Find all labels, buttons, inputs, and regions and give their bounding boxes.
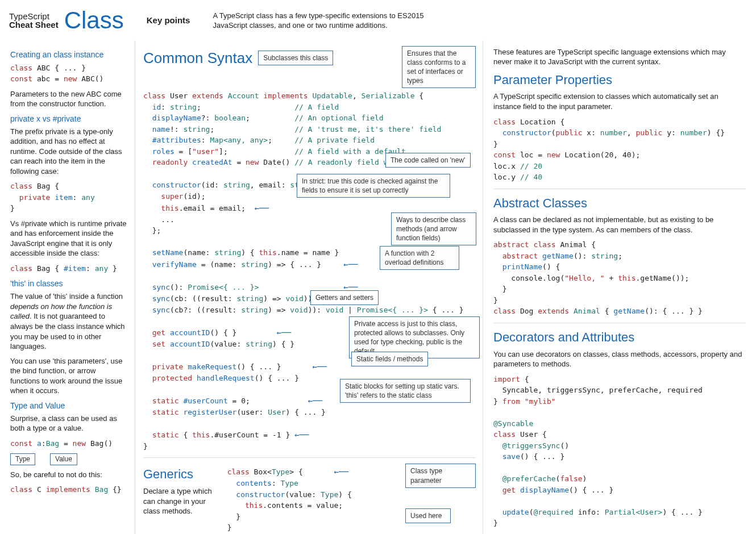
heading-creating-instance: Creating an class instance [10, 49, 127, 60]
page-title: Class [64, 5, 124, 37]
heading-common-syntax: Common Syntax [143, 48, 252, 68]
callout-methods: Ways to describe class methods (and arro… [391, 212, 476, 246]
logo-line1: TypeScript [9, 12, 59, 21]
comment-private-field: // A private field [294, 136, 375, 144]
comment-trustme: // A 'trust me, it's there' field [294, 125, 441, 134]
code-private-bag: class Bag { private item: any } [10, 181, 127, 214]
label-type: Type [10, 453, 35, 465]
callout-code-on-new: The code called on 'new' [385, 153, 471, 168]
para-constructor-params: Parameters to the new ABC come from the … [10, 89, 127, 109]
ac-desc: A class can be declared as not implement… [493, 215, 746, 235]
heading-abstract-classes: Abstract Classes [493, 195, 746, 212]
key-points-label: Key points [147, 15, 190, 26]
code-implements-bag: class C implements Bag {} [10, 484, 127, 495]
right-column: These features are TypeScript specific l… [483, 40, 756, 534]
code-generics: class Box<Type> { ←── contents: Type con… [227, 466, 396, 534]
callout-static-block: Static blocks for setting up static vars… [340, 379, 471, 403]
code-parameter-properties: class Location { constructor(public x: n… [493, 116, 746, 183]
heading-private: private x vs #private [10, 114, 127, 124]
code-abstract: abstract class Animal { abstract getName… [493, 239, 746, 317]
sidebar-column: Creating an class instance class ABC { .… [0, 40, 135, 534]
da-desc: You can use decorators on classes, class… [493, 349, 746, 369]
label-value: Value [50, 453, 77, 465]
heading-this: 'this' in classes [10, 278, 127, 289]
callout-used-here: Used here [405, 508, 451, 523]
type-value-labels: Type Value [10, 453, 127, 465]
main-column: Common Syntax Subclasses this class Ensu… [135, 40, 483, 534]
pp-desc: A TypeScript specific extension to class… [493, 91, 746, 111]
page-header: TypeScript Cheat Sheet Class Key points … [0, 0, 756, 40]
comment-field: // A field [294, 103, 339, 111]
para-this-workaround: You can use 'this parameters', use the b… [10, 356, 127, 396]
callout-overload: A function with 2 overload definitions [380, 246, 459, 270]
para-this-depends: The value of 'this' inside a function de… [10, 291, 127, 351]
key-points-desc: A TypeScript class has a few type-specif… [213, 11, 451, 31]
callout-static: Static fields / methods [351, 352, 428, 366]
para-careful: So, be careful to not do this: [10, 470, 127, 480]
para-private-typeonly: The prefix private is a type-only additi… [10, 127, 127, 177]
code-decorators: import { Syncable, triggersSync, preferC… [493, 374, 746, 529]
right-intro: These features are TypeScript specific l… [493, 47, 746, 67]
para-this-a: The value of 'this' inside a function [10, 292, 123, 301]
code-type-value: const a:Bag = new Bag() [10, 438, 127, 449]
callout-conforms: Ensures that the class conforms to a set… [402, 46, 476, 89]
callout-strict: In strict: true this code is checked aga… [297, 174, 450, 198]
callout-class-type-param: Class type parameter [405, 464, 476, 487]
callout-getset: Getters and setters [310, 290, 379, 305]
para-hash-private: Vs #private which is runtime private and… [10, 219, 127, 258]
comment-optional: // An optional field [294, 114, 384, 122]
code-hash-private: class Bag { #item: any } [10, 263, 127, 274]
heading-generics: Generics [143, 466, 218, 483]
callout-subclasses: Subclasses this class [258, 51, 333, 65]
heading-type-and-value: Type and Value [10, 400, 127, 411]
heading-parameter-properties: Parameter Properties [493, 72, 746, 89]
logo-line2: Cheat Sheet [9, 20, 59, 30]
generics-desc: Declare a type which can change in your … [143, 486, 218, 516]
logo: TypeScript Cheat Sheet [9, 12, 59, 30]
para-type-value: Surprise, a class can be used as both a … [10, 414, 127, 433]
code-creating-instance: class ABC { ... } const abc = new ABC() [10, 62, 127, 85]
heading-decorators: Decorators and Attributes [493, 329, 746, 346]
